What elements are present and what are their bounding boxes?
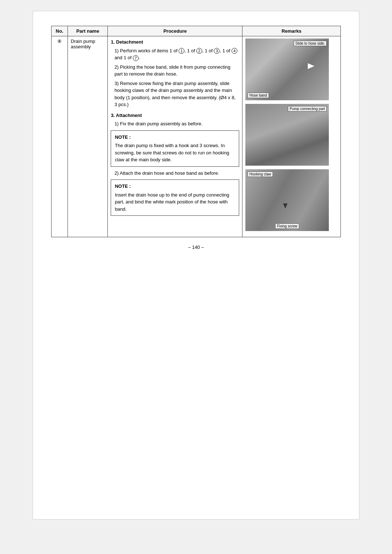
header-no: No. [52,26,68,36]
remarks-cell: Slide to hose side. Hose band Pump conne… [242,36,341,237]
img3-label-bottom: Fixing screw [275,223,299,229]
img1-label-bottom: Hose band [248,93,269,98]
header-part-name: Part name [68,26,108,36]
main-table: No. Part name Procedure Remarks ⑧ Drain … [51,26,341,237]
arrow-right-icon [308,63,314,69]
note-box-1: NOTE : The drain pump is fixed with a ho… [111,130,239,167]
attachment-title: 3. Attachment [111,112,239,119]
note1-title: NOTE : [115,134,235,141]
arrow-down-icon [283,203,287,209]
note1-body: The drain pump is fixed with a hook and … [115,142,235,163]
part-name-text: Drain pump assembly [71,39,95,49]
att-step2: 2) Attach the drain hose and hose band a… [114,170,239,177]
table-row: ⑧ Drain pump assembly 1. Detachment 1) P… [52,36,341,237]
header-remarks: Remarks [242,26,341,36]
header-procedure: Procedure [108,26,242,36]
row-no: ⑧ [52,36,68,237]
part-name-cell: Drain pump assembly [68,36,108,237]
img2-label-top: Pump connecting part [288,106,327,112]
step3: 3) Remove screw fixing the drain pump as… [114,80,239,108]
page-number: – 140 – [51,244,341,250]
image-hose-band: Slide to hose side. Hose band [245,39,329,100]
image-hooking-claw: Hooking claw Fixing screw [245,169,329,231]
detachment-title: 1. Detachment [111,39,239,46]
img3-label-top: Hooking claw [248,171,273,177]
step1: 1) Perform works of items 1 of 1, 1 of 2… [114,47,239,61]
att-step1: 1) Fix the drain pump assembly as before… [114,120,239,128]
note-box-2: NOTE : Insert the drain hose up to the e… [111,179,239,216]
image-pump-connecting: Pump connecting part [245,104,329,166]
note2-body: Insert the drain hose up to the end of p… [115,191,235,213]
note2-title: NOTE : [115,183,235,190]
img1-label-top: Slide to hose side. [294,41,327,46]
row-no-value: ⑧ [57,39,62,44]
step2: 2) Picking the hose band, slide it from … [114,64,239,78]
page: No. Part name Procedure Remarks ⑧ Drain … [33,11,359,519]
procedure-cell: 1. Detachment 1) Perform works of items … [108,36,242,237]
